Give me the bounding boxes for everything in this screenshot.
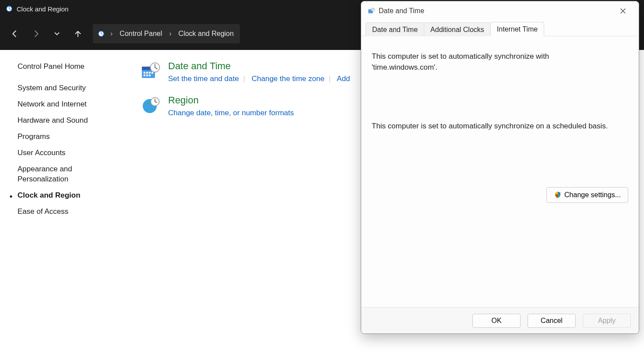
up-button[interactable] bbox=[68, 24, 88, 43]
category-title-date-time[interactable]: Date and Time bbox=[168, 60, 350, 72]
back-button[interactable] bbox=[5, 24, 25, 43]
sidebar-item-ease-of-access[interactable]: Ease of Access bbox=[18, 207, 118, 217]
cancel-button[interactable]: Cancel bbox=[528, 314, 576, 328]
dialog-tabs: Date and Time Additional Clocks Internet… bbox=[361, 21, 639, 36]
globe-clock-icon bbox=[140, 95, 161, 116]
internet-time-status-2: This computer is set to automatically sy… bbox=[372, 121, 617, 132]
svg-rect-12 bbox=[149, 74, 151, 76]
dialog-title: Date and Time bbox=[379, 7, 424, 15]
apply-button[interactable]: Apply bbox=[583, 314, 631, 328]
tab-additional-clocks[interactable]: Additional Clocks bbox=[424, 22, 491, 36]
control-panel-icon bbox=[97, 30, 105, 38]
tab-date-time[interactable]: Date and Time bbox=[366, 22, 424, 36]
address-bar[interactable]: › Control Panel › Clock and Region bbox=[93, 24, 240, 43]
link-add-clocks[interactable]: Add bbox=[337, 74, 350, 83]
svg-rect-6 bbox=[144, 72, 145, 74]
category-links-region: Change date, time, or number formats bbox=[168, 109, 294, 117]
change-settings-button[interactable]: Change settings... bbox=[546, 187, 628, 203]
breadcrumb-root[interactable]: Control Panel bbox=[118, 29, 164, 39]
uac-shield-icon bbox=[554, 191, 562, 199]
link-change-formats[interactable]: Change date, time, or number formats bbox=[168, 109, 294, 117]
category-title-region[interactable]: Region bbox=[168, 95, 294, 106]
dialog-button-row: OK Cancel Apply bbox=[361, 307, 639, 333]
dialog-icon bbox=[367, 7, 375, 15]
sidebar-item-network-internet[interactable]: Network and Internet bbox=[18, 99, 118, 110]
chevron-right-icon: › bbox=[109, 30, 114, 38]
clock-icon bbox=[5, 5, 13, 13]
svg-rect-9 bbox=[151, 72, 153, 74]
tab-content-internet-time: This computer is set to automatically sy… bbox=[361, 36, 639, 307]
svg-rect-10 bbox=[144, 74, 145, 76]
chevron-right-icon: › bbox=[167, 30, 173, 38]
sidebar-item-system-security[interactable]: System and Security bbox=[18, 83, 118, 93]
category-links-date-time: Set the time and date| Change the time z… bbox=[168, 74, 350, 83]
tab-internet-time[interactable]: Internet Time bbox=[490, 22, 544, 36]
internet-time-status-1: This computer is set to automatically sy… bbox=[372, 51, 617, 73]
sidebar-item-user-accounts[interactable]: User Accounts bbox=[18, 148, 118, 158]
breadcrumb-current[interactable]: Clock and Region bbox=[177, 29, 236, 39]
calendar-clock-icon bbox=[140, 60, 161, 82]
sidebar-home[interactable]: Control Panel Home bbox=[18, 62, 118, 71]
dialog-titlebar[interactable]: Date and Time bbox=[361, 1, 639, 21]
dialog-close-button[interactable] bbox=[613, 4, 633, 18]
svg-rect-7 bbox=[146, 72, 148, 74]
ok-button[interactable]: OK bbox=[472, 314, 521, 328]
sidebar: Control Panel Home System and Security N… bbox=[0, 50, 127, 358]
svg-rect-11 bbox=[146, 74, 148, 76]
svg-rect-8 bbox=[149, 72, 151, 74]
recent-locations-button[interactable] bbox=[47, 24, 67, 43]
window-title: Clock and Region bbox=[17, 5, 68, 13]
forward-button[interactable] bbox=[26, 24, 46, 43]
sidebar-item-clock-region[interactable]: Clock and Region bbox=[18, 191, 118, 201]
sidebar-item-appearance[interactable]: Appearance and Personalization bbox=[18, 164, 118, 184]
link-set-time-date[interactable]: Set the time and date bbox=[168, 74, 239, 83]
date-time-dialog: Date and Time Date and Time Additional C… bbox=[361, 1, 639, 334]
sidebar-item-hardware-sound[interactable]: Hardware and Sound bbox=[18, 116, 118, 126]
link-change-time-zone[interactable]: Change the time zone bbox=[252, 74, 324, 83]
sidebar-list: System and Security Network and Internet… bbox=[18, 83, 118, 216]
change-settings-label: Change settings... bbox=[564, 191, 621, 199]
sidebar-item-programs[interactable]: Programs bbox=[18, 132, 118, 142]
